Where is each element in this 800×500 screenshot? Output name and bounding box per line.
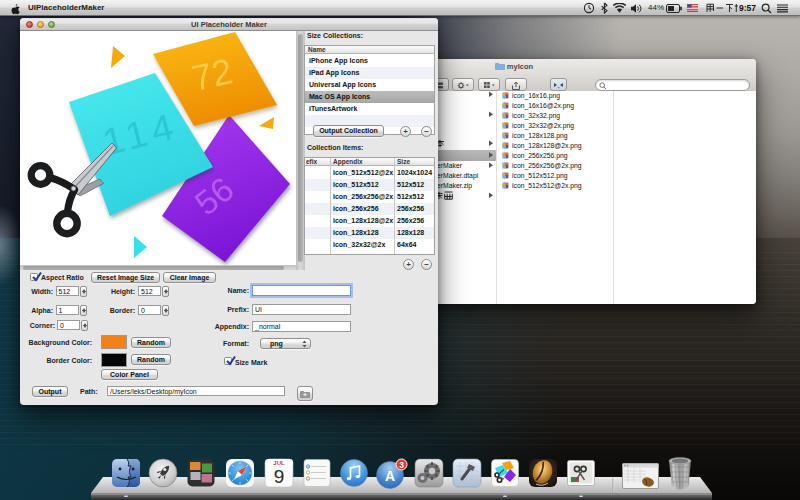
svg-text:72: 72 [188, 50, 236, 98]
svg-text:9: 9 [274, 466, 285, 487]
svg-text:3: 3 [399, 460, 404, 470]
svg-text:A: A [385, 468, 395, 484]
